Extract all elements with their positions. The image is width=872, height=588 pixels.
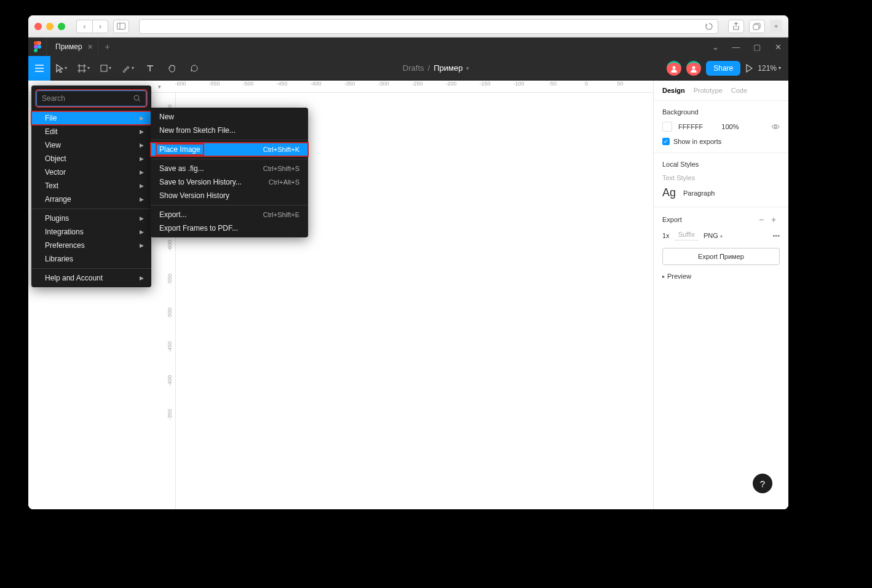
zoom-control[interactable]: 121%▾ <box>758 64 781 73</box>
window-close-icon[interactable]: ✕ <box>767 42 788 52</box>
move-tool[interactable]: ▾ <box>50 56 73 81</box>
figma-tab-strip: Пример ✕ + ⌄ — ▢ ✕ <box>28 38 788 56</box>
tab-design[interactable]: Design <box>662 87 685 94</box>
cursor-icon <box>56 64 63 73</box>
new-tab-button[interactable]: + <box>770 20 782 33</box>
checkbox-show-exports[interactable]: ✓ <box>662 138 670 145</box>
tabs-icon[interactable] <box>749 20 765 33</box>
tab-code[interactable]: Code <box>731 87 747 94</box>
svg-point-4 <box>38 45 41 49</box>
window-minimize-icon[interactable]: — <box>726 42 747 52</box>
breadcrumb-parent: Drafts <box>403 63 424 73</box>
minimize-window-icon[interactable] <box>46 23 54 30</box>
text-icon <box>146 65 154 72</box>
menu-item-text[interactable]: Text▶ <box>31 179 151 193</box>
visibility-icon[interactable] <box>771 124 780 130</box>
comment-icon <box>190 64 199 73</box>
help-button[interactable]: ? <box>753 474 772 493</box>
submenu-item-place-image[interactable]: Place ImageCtrl+Shift+K <box>151 143 308 156</box>
hand-tool[interactable] <box>161 56 183 81</box>
submenu-item-new-from-sketch-file-[interactable]: New from Sketch File... <box>151 124 308 137</box>
tab-prototype[interactable]: Prototype <box>694 87 723 94</box>
export-button[interactable]: Export Пример <box>662 248 780 265</box>
nav-buttons: ‹ › <box>76 20 108 33</box>
share-icon[interactable] <box>728 20 744 33</box>
menu-item-integrations[interactable]: Integrations▶ <box>31 225 151 239</box>
pen-tool[interactable]: ▾ <box>117 56 139 81</box>
menu-search-input[interactable]: Search <box>36 90 146 106</box>
menu-item-plugins[interactable]: Plugins▶ <box>31 212 151 225</box>
menu-item-libraries[interactable]: Libraries <box>31 252 151 266</box>
back-button[interactable]: ‹ <box>76 20 92 33</box>
window-chevron-icon[interactable]: ⌄ <box>705 42 726 52</box>
chevron-right-icon: ▶ <box>140 115 144 121</box>
menu-item-help-and-account[interactable]: Help and Account▶ <box>31 271 151 285</box>
window-maximize-icon[interactable]: ▢ <box>747 42 767 52</box>
svg-point-18 <box>134 95 139 100</box>
figma-home-icon[interactable] <box>28 38 47 56</box>
submenu-item-new[interactable]: New <box>151 110 308 124</box>
maximize-window-icon[interactable] <box>58 23 65 30</box>
address-bar[interactable] <box>139 19 718 34</box>
menu-item-preferences[interactable]: Preferences▶ <box>31 239 151 252</box>
menu-item-edit[interactable]: Edit▶ <box>31 125 151 138</box>
search-icon <box>133 95 141 102</box>
opacity-value[interactable]: 100% <box>721 123 739 130</box>
avatar[interactable] <box>667 61 681 76</box>
menu-item-file[interactable]: File▶ <box>31 111 151 125</box>
chevron-right-icon: ▶ <box>140 229 144 235</box>
submenu-item-save-as-fig-[interactable]: Save as .fig...Ctrl+Shift+S <box>151 162 308 175</box>
close-tab-icon[interactable]: ✕ <box>87 43 93 51</box>
safari-toolbar: ‹ › + <box>28 15 788 38</box>
reload-icon[interactable] <box>705 23 713 30</box>
color-swatch[interactable] <box>662 122 672 132</box>
main-menu-button[interactable] <box>28 56 50 81</box>
plus-icon[interactable]: + <box>767 215 780 224</box>
minus-icon[interactable]: − <box>755 215 767 224</box>
submenu-item-show-version-history[interactable]: Show Version History <box>151 189 308 202</box>
preview-toggle[interactable]: ▸ Preview <box>662 272 780 280</box>
close-window-icon[interactable] <box>34 23 42 30</box>
breadcrumb-file: Пример <box>434 63 462 73</box>
svg-rect-3 <box>753 25 759 30</box>
menu-item-object[interactable]: Object▶ <box>31 152 151 165</box>
export-suffix-input[interactable]: Suffix <box>675 231 699 240</box>
submenu-item-export-frames-to-pdf-[interactable]: Export Frames to PDF... <box>151 221 308 235</box>
chevron-down-icon: ▾ <box>466 65 469 71</box>
file-tab[interactable]: Пример ✕ <box>47 38 98 56</box>
avatar[interactable] <box>686 61 701 76</box>
sidebar-toggle-icon[interactable] <box>113 20 129 33</box>
present-button[interactable] <box>745 64 753 73</box>
hand-icon <box>168 64 176 73</box>
frame-tool[interactable]: ▾ <box>73 56 95 81</box>
comment-tool[interactable] <box>183 56 205 81</box>
pen-icon <box>122 64 130 73</box>
export-section: Export − + 1x Suffix PNG ▾ ••• Export Пр… <box>654 207 788 287</box>
menu-item-arrange[interactable]: Arrange▶ <box>31 193 151 206</box>
menu-item-view[interactable]: View▶ <box>31 138 151 152</box>
color-hex[interactable]: FFFFFF <box>678 123 703 130</box>
export-format[interactable]: PNG ▾ <box>704 232 723 239</box>
export-scale[interactable]: 1x <box>662 232 670 239</box>
add-tab-button[interactable]: + <box>98 38 117 56</box>
submenu-item-export-[interactable]: Export...Ctrl+Shift+E <box>151 208 308 221</box>
chevron-right-icon: ▶ <box>140 242 144 248</box>
svg-rect-12 <box>101 65 107 71</box>
share-button[interactable]: Share <box>706 61 740 76</box>
safari-right: + <box>728 20 782 33</box>
forward-button[interactable]: › <box>92 20 108 33</box>
menu-item-vector[interactable]: Vector▶ <box>31 165 151 179</box>
svg-rect-0 <box>117 23 125 30</box>
style-paragraph[interactable]: Ag Paragraph <box>662 186 780 199</box>
text-tool[interactable] <box>139 56 161 81</box>
breadcrumb[interactable]: Drafts / Пример ▾ <box>205 63 667 73</box>
svg-point-17 <box>774 125 777 128</box>
chevron-right-icon: ▶ <box>140 156 144 162</box>
svg-line-19 <box>138 100 140 101</box>
square-icon <box>100 65 108 72</box>
submenu-item-save-to-version-history-[interactable]: Save to Version History...Ctrl+Alt+S <box>151 175 308 189</box>
more-icon[interactable]: ••• <box>772 232 780 239</box>
chevron-right-icon: ▶ <box>140 196 144 202</box>
shape-tool[interactable]: ▾ <box>95 56 117 81</box>
local-styles-section: Local Styles Text Styles Ag Paragraph <box>654 153 788 207</box>
